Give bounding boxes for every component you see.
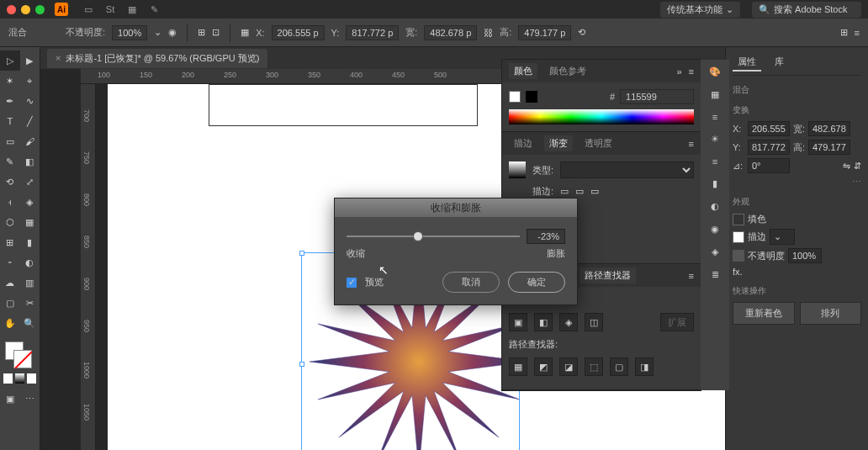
panel-menu-icon[interactable]: ≡: [689, 271, 694, 281]
lasso-tool[interactable]: ⌖: [20, 71, 40, 91]
none-mode[interactable]: [27, 373, 36, 384]
arrange-icon[interactable]: ▦: [125, 3, 139, 16]
preview-checkbox[interactable]: ✓: [347, 278, 357, 288]
free-transform-tool[interactable]: ◈: [20, 192, 40, 212]
chevron-down-icon[interactable]: ⌄: [154, 27, 161, 38]
maximize-window[interactable]: [35, 5, 45, 14]
zoom-tool[interactable]: 🔍: [20, 313, 40, 333]
gradient-preview[interactable]: [509, 161, 526, 178]
prop-w-input[interactable]: 482.678: [808, 121, 850, 136]
magic-wand-tool[interactable]: ✶: [0, 71, 20, 91]
hex-input[interactable]: 115599: [620, 89, 694, 104]
symbol-tool[interactable]: ☁: [0, 273, 20, 293]
color-stroke-swatch[interactable]: [526, 91, 537, 103]
tab-color-guide[interactable]: 颜色参考: [544, 63, 591, 79]
appearance-panel-icon[interactable]: ◉: [711, 224, 719, 235]
line-tool[interactable]: ╱: [20, 111, 40, 131]
link-icon[interactable]: ⛓: [484, 28, 493, 38]
tab-gradient[interactable]: 渐变: [544, 135, 573, 151]
flip-v-icon[interactable]: ⇵: [854, 161, 861, 172]
menu-icon[interactable]: ≡: [855, 28, 860, 38]
opacity-input[interactable]: 100%: [112, 25, 147, 40]
document-tab[interactable]: × 未标题-1 [已恢复]* @ 59.67% (RGB/GPU 预览): [47, 49, 267, 68]
shaper-tool[interactable]: ✎: [0, 151, 20, 172]
slice-tool[interactable]: ✂: [20, 293, 40, 313]
stroke-swatch[interactable]: [733, 231, 744, 243]
prop-h-input[interactable]: 479.177: [808, 140, 850, 155]
flip-h-icon[interactable]: ⇋: [843, 161, 850, 172]
hand-tool[interactable]: ✋: [0, 313, 20, 333]
pen-tool[interactable]: ✒: [0, 91, 20, 111]
more-options[interactable]: ⋯: [733, 177, 861, 188]
brush-tool[interactable]: 🖌: [20, 131, 40, 151]
tab-color[interactable]: 颜色: [509, 63, 537, 79]
stroke-grad-2[interactable]: ▭: [575, 186, 584, 197]
panel-toggle-icon[interactable]: ⊞: [840, 27, 848, 38]
width-tool[interactable]: ⫞: [0, 192, 20, 212]
perspective-tool[interactable]: ▦: [20, 212, 40, 232]
stroke-grad-1[interactable]: ▭: [560, 186, 569, 197]
gradient-panel-icon[interactable]: ▮: [712, 178, 717, 189]
scale-tool[interactable]: ⤢: [20, 172, 40, 192]
minus-back-button[interactable]: ◨: [635, 357, 654, 376]
tab-libraries[interactable]: 库: [770, 54, 789, 71]
layers-panel-icon[interactable]: ≣: [712, 269, 719, 280]
blend-tool[interactable]: ◐: [20, 252, 40, 273]
direct-selection-tool[interactable]: ▶: [20, 50, 40, 71]
recolor-button[interactable]: 重新着色: [733, 302, 795, 325]
home-icon[interactable]: ▭: [82, 3, 95, 16]
brushes-panel-icon[interactable]: ≡: [712, 112, 717, 122]
prop-x-input[interactable]: 206.555: [748, 121, 790, 136]
doc-icon[interactable]: St: [103, 3, 117, 16]
crop-button[interactable]: ⬚: [585, 357, 603, 376]
gradient-mode[interactable]: [15, 373, 24, 384]
gradient-type-select[interactable]: [560, 161, 694, 178]
trim-button[interactable]: ◩: [534, 357, 553, 376]
edit-toolbar[interactable]: ⋯: [20, 389, 40, 409]
symbols-panel-icon[interactable]: ☀: [711, 134, 719, 145]
panel-menu-icon[interactable]: ≡: [689, 139, 694, 149]
anchor-icon[interactable]: ▦: [241, 27, 249, 38]
x-input[interactable]: 206.555 p: [272, 25, 325, 40]
h-input[interactable]: 479.177 p: [518, 25, 571, 40]
prop-y-input[interactable]: 817.772: [748, 140, 790, 155]
color-mode[interactable]: [3, 373, 13, 384]
minus-front-button[interactable]: ◧: [534, 313, 553, 331]
color-panel-icon[interactable]: 🎨: [709, 66, 721, 77]
panel-menu-icon[interactable]: ≡: [689, 66, 694, 77]
ok-button[interactable]: 确定: [508, 272, 565, 293]
tab-pathfinder[interactable]: 路径查找器: [580, 267, 636, 283]
ruler-vertical[interactable]: 700 750 800 850 900 950 1000 1050: [81, 84, 96, 450]
divide-button[interactable]: ▦: [509, 357, 527, 376]
rectangle-tool[interactable]: ▭: [0, 131, 20, 151]
mesh-tool[interactable]: ⊞: [0, 232, 20, 252]
arrange-button[interactable]: 排列: [800, 302, 862, 325]
minimize-window[interactable]: [21, 5, 30, 14]
slider-thumb[interactable]: [413, 231, 423, 241]
search-stock-input[interactable]: 🔍 搜索 Adobe Stock: [752, 2, 861, 18]
tab-properties[interactable]: 属性: [733, 54, 761, 71]
outline-button[interactable]: ▢: [610, 357, 628, 376]
cancel-button[interactable]: 取消: [442, 272, 500, 293]
selection-tool[interactable]: ▷: [0, 50, 20, 71]
workspace-selector[interactable]: 传统基本功能 ⌄: [660, 2, 740, 18]
close-window[interactable]: [7, 5, 16, 14]
swatches-panel-icon[interactable]: ▦: [711, 89, 719, 100]
stroke-panel-icon[interactable]: ≡: [712, 156, 717, 167]
effect-slider[interactable]: [347, 236, 520, 237]
stroke-grad-3[interactable]: ▭: [590, 186, 599, 197]
graphic-styles-icon[interactable]: ◈: [712, 246, 718, 257]
color-swatches[interactable]: [0, 338, 40, 372]
color-spectrum[interactable]: [509, 109, 694, 124]
color-fill-swatch[interactable]: [509, 91, 521, 103]
eraser-tool[interactable]: ◧: [20, 151, 40, 172]
stroke-swatch[interactable]: [13, 350, 32, 368]
transform-icon[interactable]: ⟲: [578, 27, 585, 38]
curvature-tool[interactable]: ∿: [20, 91, 40, 111]
w-input[interactable]: 482.678 p: [424, 25, 477, 40]
fx-label[interactable]: fx.: [733, 267, 743, 277]
align-icon[interactable]: ⊞: [198, 27, 205, 38]
bridge-icon[interactable]: ✎: [147, 3, 161, 16]
tab-stroke[interactable]: 描边: [509, 135, 537, 151]
expand-button[interactable]: 扩展: [660, 313, 694, 331]
